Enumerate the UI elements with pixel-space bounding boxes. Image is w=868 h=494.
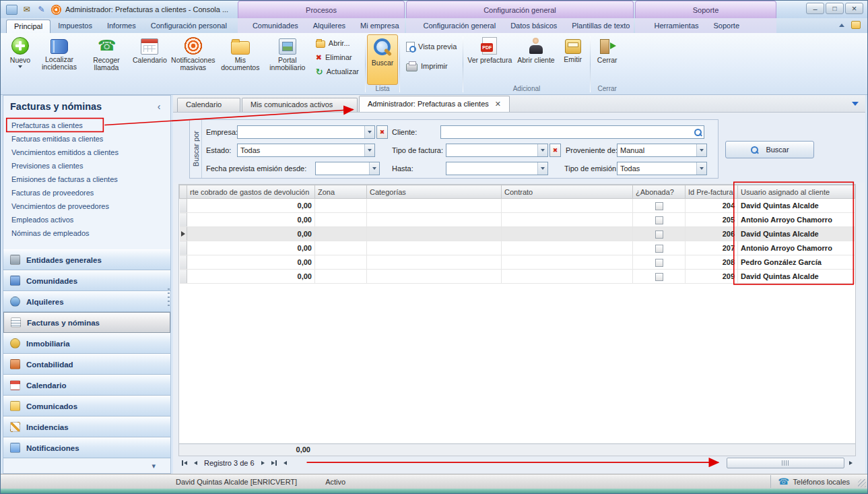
buscar-ribbon-button[interactable]: Buscar xyxy=(367,34,398,85)
sidebar-item-facturas-emitidas[interactable]: Facturas emitidas a clientes xyxy=(11,132,168,146)
scroll-right-button[interactable] xyxy=(847,458,855,468)
proveniente-dropdown-icon[interactable] xyxy=(696,144,706,156)
actualizar-button[interactable]: Actualizar xyxy=(312,65,362,78)
ribbon-collapse-icon[interactable] xyxy=(839,24,844,27)
notificaciones-masivas-button[interactable]: Notificaciones masivas xyxy=(170,34,217,85)
fecha-desde-dropdown-icon[interactable] xyxy=(369,162,379,175)
vista-previa-button[interactable]: Vista previa xyxy=(403,40,460,53)
tipo-factura-combobox[interactable] xyxy=(446,144,548,157)
fecha-desde-picker[interactable] xyxy=(315,162,380,175)
abonada-checkbox[interactable] xyxy=(655,245,663,253)
minimize-button[interactable] xyxy=(806,3,824,14)
ribbon-options-icon[interactable] xyxy=(851,21,861,29)
tipo-emision-dropdown-icon[interactable] xyxy=(696,162,706,175)
abonada-checkbox[interactable] xyxy=(655,273,663,281)
calendario-button[interactable]: Calendario xyxy=(130,34,170,85)
buscar-button[interactable]: Buscar xyxy=(725,141,814,158)
tipo-factura-clear-button[interactable] xyxy=(549,144,561,157)
scrollbar-thumb[interactable] xyxy=(727,458,844,468)
cliente-input[interactable] xyxy=(440,125,704,139)
table-row[interactable]: 0,00 208 Pedro González García xyxy=(180,255,855,270)
sidebar-group-comunicados[interactable]: Comunicados xyxy=(3,396,170,416)
ribbon-tab-mi-empresa[interactable]: Mi empresa xyxy=(353,20,406,33)
empresa-dropdown-icon[interactable] xyxy=(364,126,374,138)
table-row[interactable]: 0,00 207 Antonio Arroyo Chamorro xyxy=(180,241,855,255)
sidebar-group-comunidades[interactable]: Comunidades xyxy=(3,270,170,291)
portal-inmobiliario-button[interactable]: Portal inmobiliario xyxy=(264,34,311,85)
cerrar-button[interactable]: Cerrar xyxy=(592,34,623,85)
abonada-checkbox[interactable] xyxy=(655,216,663,224)
sidebar-group-entidades-generales[interactable]: Entidades generales xyxy=(3,249,170,270)
ribbon-tab-datos-basicos[interactable]: Datos básicos xyxy=(503,20,564,33)
ribbon-tab-configuracion-general[interactable]: Configuración general xyxy=(416,20,504,33)
ribbon-tab-alquileres[interactable]: Alquileres xyxy=(306,20,353,33)
resize-grip[interactable] xyxy=(858,479,866,487)
sidebar-group-facturas-nominas[interactable]: Facturas y nóminas xyxy=(3,312,170,333)
sidebar-item-vencimientos-emitidos[interactable]: Vencimientos emitidos a clientes xyxy=(11,146,168,159)
cliente-search-icon[interactable] xyxy=(692,126,704,138)
column-header-abonada[interactable]: ¿Abonada? xyxy=(633,185,686,199)
sidebar-item-facturas-proveedores[interactable]: Facturas de proveedores xyxy=(11,186,168,199)
ribbon-tab-impuestos[interactable]: Impuestos xyxy=(51,20,100,33)
empresa-clear-button[interactable] xyxy=(376,125,388,139)
sidebar-item-vencimientos-proveedores[interactable]: Vencimientos de proveedores xyxy=(11,199,168,213)
table-row-selected[interactable]: 0,00 206 David Quintas Alcalde xyxy=(180,227,855,241)
hasta-picker[interactable] xyxy=(446,162,548,175)
scroll-left-button[interactable] xyxy=(281,458,289,468)
first-record-button[interactable] xyxy=(180,458,189,468)
ribbon-tab-plantillas-texto[interactable]: Plantillas de texto xyxy=(564,20,637,33)
abonada-checkbox[interactable] xyxy=(655,259,663,267)
quick-access-notes-icon[interactable] xyxy=(36,5,47,15)
sidebar-group-notificaciones[interactable]: Notificaciones xyxy=(3,437,170,458)
proveniente-combobox[interactable]: Manual xyxy=(617,144,707,157)
sidebar-group-incidencias[interactable]: Incidencias xyxy=(3,416,170,437)
doc-tab-prefacturas[interactable]: Administrador: Prefacturas a clientes ✕ xyxy=(359,96,510,112)
last-record-button[interactable] xyxy=(269,458,279,468)
close-button[interactable] xyxy=(845,3,863,14)
ribbon-tab-comunidades[interactable]: Comunidades xyxy=(245,20,306,33)
tab-list-dropdown-icon[interactable] xyxy=(852,102,859,106)
recoger-llamada-button[interactable]: Recoger llamada xyxy=(83,34,130,85)
table-row[interactable]: 0,00 209 David Quintas Alcalde xyxy=(180,270,855,284)
mis-documentos-button[interactable]: Mis documentos xyxy=(217,34,264,85)
next-record-button[interactable] xyxy=(259,458,267,468)
ribbon-tab-herramientas[interactable]: Herramientas xyxy=(646,20,706,33)
column-header-usuario-asignado[interactable]: Usuario asignado al cliente xyxy=(738,185,855,199)
localizar-incidencias-button[interactable]: Localizar incidencias xyxy=(36,34,83,85)
sidebar-item-emisiones-facturas[interactable]: Emisiones de facturas a clientes xyxy=(11,173,168,186)
column-header-importe[interactable]: rte cobrado de gastos de devolución xyxy=(187,185,315,199)
ribbon-tab-configuracion-personal[interactable]: Configuración personal xyxy=(143,20,234,33)
abonada-checkbox[interactable] xyxy=(655,202,663,210)
telefonos-locales-button[interactable]: Teléfonos locales xyxy=(770,475,857,488)
imprimir-button[interactable]: Imprimir xyxy=(403,59,460,73)
previous-record-button[interactable] xyxy=(192,458,199,468)
sidebar-item-nominas-empleados[interactable]: Nóminas de empleados xyxy=(11,226,168,240)
quick-access-mail-icon[interactable] xyxy=(21,5,32,15)
sidebar-group-alquileres[interactable]: Alquileres xyxy=(3,291,170,312)
table-row[interactable]: 0,00 204 David Quintas Alcalde xyxy=(180,199,855,213)
ribbon-tab-principal[interactable]: Principal xyxy=(6,20,51,33)
sidebar-splitter-grip[interactable] xyxy=(168,288,170,306)
column-header-categorias[interactable]: Categorías xyxy=(367,185,502,199)
sidebar-item-previsiones[interactable]: Previsiones a clientes xyxy=(11,159,168,173)
estado-combobox[interactable]: Todas xyxy=(237,144,375,157)
restore-button[interactable] xyxy=(826,3,844,14)
sidebar-overflow-chevron[interactable]: ▾ xyxy=(152,462,156,470)
quick-access-window-icon[interactable] xyxy=(6,5,18,15)
empresa-combobox[interactable] xyxy=(237,125,375,139)
sidebar-item-empleados-activos[interactable]: Empleados activos xyxy=(11,213,168,226)
sidebar-group-inmobiliaria[interactable]: Inmobiliaria xyxy=(3,333,170,354)
nuevo-button[interactable]: Nuevo xyxy=(5,34,36,85)
column-header-id-prefactura[interactable]: Id Pre-factura xyxy=(686,185,738,199)
tipo-factura-dropdown-icon[interactable] xyxy=(537,144,547,156)
ribbon-tab-informes[interactable]: Informes xyxy=(100,20,143,33)
sidebar-item-prefacturas-a-clientes[interactable]: Prefacturas a clientes xyxy=(11,119,168,132)
sidebar-group-calendario[interactable]: Calendario xyxy=(3,375,170,396)
ribbon-tab-soporte[interactable]: Soporte xyxy=(706,20,747,33)
sidebar-group-contabilidad[interactable]: Contabilidad xyxy=(3,354,170,375)
estado-dropdown-icon[interactable] xyxy=(364,144,374,156)
tab-close-icon[interactable]: ✕ xyxy=(495,100,501,108)
table-row[interactable]: 0,00 205 Antonio Arroyo Chamorro xyxy=(180,213,855,227)
eliminar-button[interactable]: Eliminar xyxy=(312,51,362,64)
hasta-dropdown-icon[interactable] xyxy=(537,162,547,175)
